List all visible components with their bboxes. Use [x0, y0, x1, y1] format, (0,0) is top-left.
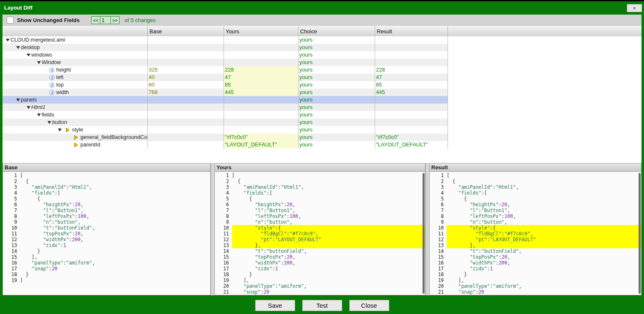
tree-node-label[interactable]: general_fieldBackgroundColor	[2, 134, 147, 141]
line-number: 18	[430, 272, 447, 277]
panel-splitter[interactable]	[211, 163, 214, 295]
code-line: 1[	[3, 173, 210, 178]
cell-yours	[224, 111, 298, 119]
tree-header-row: Base Yours Choice Result	[2, 26, 642, 36]
cell-yours: 47	[224, 74, 298, 81]
base-code-editor[interactable]: 1[2 {3 "amiPanelId":"Html1",4 "fields":[…	[2, 171, 211, 295]
cell-choice[interactable]: yours	[298, 66, 375, 74]
tree-row[interactable]: iheight325228yours228	[2, 66, 642, 74]
tree-node-label[interactable]: panels	[2, 96, 147, 104]
cell-choice[interactable]: yours	[298, 81, 375, 89]
cell-result	[375, 36, 448, 44]
tree-node-label[interactable]: Window	[2, 59, 147, 66]
tree-node-label[interactable]: ileft	[2, 74, 147, 81]
code-line: 16 "panelType":"amiform",	[3, 260, 210, 266]
tree-row[interactable]: iwidth768445yours445	[2, 89, 642, 96]
change-number-input[interactable]	[100, 16, 111, 24]
line-number: 15	[215, 254, 232, 260]
cell-choice[interactable]: yours	[298, 104, 375, 111]
line-number: 1	[215, 173, 232, 178]
line-number: 1	[3, 173, 20, 178]
cell-choice[interactable]: yours	[298, 134, 375, 141]
tree-node-label[interactable]: windows	[2, 51, 147, 59]
cell-choice[interactable]: yours	[298, 74, 375, 81]
tree-row[interactable]: ileft4047yours47	[2, 74, 642, 81]
code-line: 1[	[430, 173, 641, 178]
collapse-triangle-icon[interactable]	[47, 121, 51, 124]
tree-row[interactable]: itop6085yours85	[2, 81, 642, 89]
cell-result	[375, 119, 448, 126]
vertical-scrollbar[interactable]	[639, 173, 641, 294]
tree-node-label[interactable]: desktop	[2, 44, 147, 51]
tree-row[interactable]: windowsyours	[2, 51, 642, 59]
cell-result: 228	[375, 66, 448, 74]
tree-node-label[interactable]: itop	[2, 81, 147, 89]
tree-node-label[interactable]: parentId	[2, 141, 147, 148]
cell-choice[interactable]: yours	[298, 126, 375, 134]
tree-row[interactable]: panelsyours	[2, 96, 642, 104]
tree-row[interactable]: CLOUD:mergetest.amiyours	[2, 36, 642, 44]
collapse-triangle-icon[interactable]	[37, 113, 41, 116]
line-number: 13	[3, 242, 20, 248]
line-number: 16	[3, 260, 20, 266]
code-line: 15 "topPosPx":20,	[430, 254, 641, 260]
cell-choice[interactable]: yours	[298, 89, 375, 96]
line-number: 14	[215, 248, 232, 254]
show-unchanged-label: Show Unchanged Fields	[17, 17, 80, 23]
collapse-triangle-icon[interactable]	[16, 46, 20, 49]
tree-node-label[interactable]: iheight	[2, 66, 147, 74]
vertical-scrollbar[interactable]	[423, 173, 425, 294]
tree-node-label[interactable]: Html1	[2, 104, 147, 111]
test-button[interactable]: Test	[302, 300, 342, 311]
tree-node-label[interactable]: style	[2, 126, 147, 134]
line-number: 15	[3, 254, 20, 260]
line-number: 12	[215, 237, 232, 242]
prev-change-button[interactable]: <<	[91, 16, 100, 24]
collapse-triangle-icon[interactable]	[37, 61, 41, 64]
cell-choice[interactable]: yours	[298, 36, 375, 44]
cell-choice[interactable]: yours	[298, 59, 375, 66]
tree-node-label[interactable]: fields	[2, 111, 147, 119]
line-number: 8	[3, 213, 20, 219]
collapse-triangle-icon[interactable]	[27, 106, 30, 109]
tree-node-label[interactable]: CLOUD:mergetest.ami	[2, 36, 147, 44]
cell-base	[147, 96, 224, 104]
collapse-triangle-icon[interactable]	[27, 53, 30, 57]
collapse-triangle-icon[interactable]	[6, 38, 10, 42]
tree-row[interactable]: buttonyours	[2, 119, 642, 126]
cell-result: "#f7c0c0"	[375, 134, 448, 141]
close-icon[interactable]: ×	[627, 4, 642, 12]
tree-row[interactable]: general_fieldBackgroundColor"#f7c0c0"you…	[2, 134, 642, 141]
collapse-triangle-icon[interactable]	[16, 98, 20, 101]
tree-row[interactable]: fieldsyours	[2, 111, 642, 119]
tree-row[interactable]: styleyours	[2, 126, 642, 134]
tree-row[interactable]: desktopyours	[2, 44, 642, 51]
next-change-button[interactable]: >>	[110, 16, 119, 24]
cell-choice[interactable]: yours	[298, 111, 375, 119]
cell-filler	[448, 104, 642, 111]
changes-count-label: of 5 changes	[124, 17, 155, 23]
cell-choice[interactable]: yours	[298, 141, 375, 148]
show-unchanged-checkbox[interactable]	[7, 17, 14, 24]
yours-code-editor[interactable]: 1[2 {3 "amiPanelId":"Html1",4 "fields":[…	[214, 171, 425, 295]
tree-row[interactable]: Html1yours	[2, 104, 642, 111]
line-number: 9	[430, 219, 447, 225]
cell-choice[interactable]: yours	[298, 51, 375, 59]
panel-splitter[interactable]	[425, 163, 429, 295]
code-line: 5 {	[430, 196, 641, 202]
collapse-triangle-icon[interactable]	[58, 128, 62, 131]
save-button[interactable]: Save	[255, 300, 295, 311]
tree-node-label[interactable]: iwidth	[2, 89, 147, 96]
cell-choice[interactable]: yours	[298, 44, 375, 51]
tree-node-label[interactable]: button	[2, 119, 147, 126]
cell-choice[interactable]: yours	[298, 96, 375, 104]
result-code-editor[interactable]: 1[2 {3 "amiPanelId":"Html1",4 "fields":[…	[429, 171, 642, 295]
code-line: 19 ],	[215, 277, 425, 283]
tree-row[interactable]: Windowyours	[2, 59, 642, 66]
line-number: 14	[430, 248, 447, 254]
line-number: 19	[430, 277, 447, 283]
cell-choice[interactable]: yours	[298, 119, 375, 126]
tree-row[interactable]: parentId"LAYOUT_DEFAULT"yours"LAYOUT_DEF…	[2, 141, 642, 148]
close-button[interactable]: Close	[349, 300, 389, 311]
cell-yours: 228	[224, 66, 298, 74]
